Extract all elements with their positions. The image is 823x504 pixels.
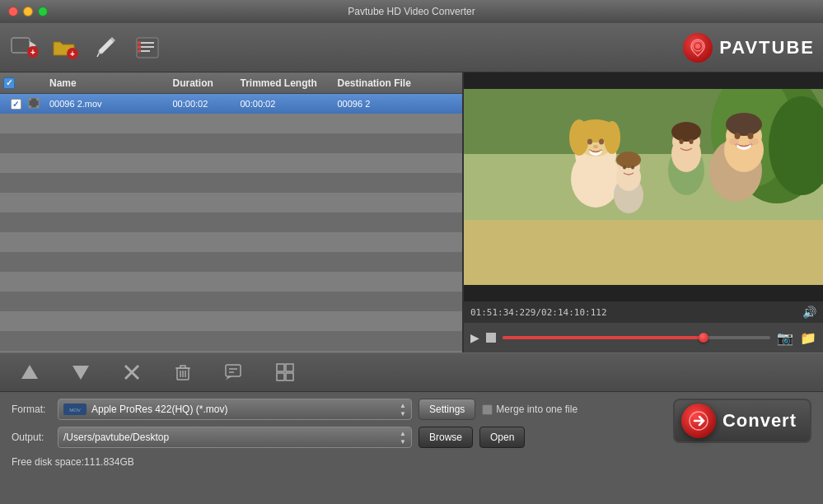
merge-container: Merge into one file	[482, 404, 578, 415]
empty-row	[0, 311, 462, 331]
browse-button[interactable]: Browse	[419, 427, 473, 448]
empty-row	[0, 272, 462, 292]
svg-rect-72	[286, 373, 293, 380]
settings-button[interactable]: Settings	[419, 399, 475, 420]
progress-bar[interactable]	[503, 336, 770, 339]
convert-icon	[681, 404, 716, 438]
svg-rect-26	[464, 220, 823, 285]
row-checkbox[interactable]	[11, 99, 21, 110]
logo-icon	[683, 33, 713, 63]
svg-point-14	[138, 49, 141, 53]
empty-row	[0, 114, 462, 133]
move-up-button[interactable]	[16, 359, 43, 385]
svg-rect-65	[226, 365, 241, 376]
remove-button[interactable]	[119, 359, 145, 385]
svg-point-13	[138, 45, 141, 49]
app-title: Pavtube HD Video Converter	[348, 6, 475, 17]
toolbar: + +	[0, 23, 823, 72]
svg-marker-57	[72, 366, 89, 380]
empty-rows	[0, 114, 462, 351]
play-button[interactable]: ▶	[470, 331, 479, 344]
volume-icon[interactable]: 🔊	[802, 306, 816, 319]
svg-point-54	[729, 138, 739, 145]
grid-icon	[275, 362, 295, 382]
main-area: Name Duration Trimmed Length Destination…	[0, 72, 823, 352]
svg-point-15	[695, 44, 700, 49]
svg-rect-19	[29, 105, 31, 108]
playback-bar: ▶ 📷 📁	[464, 323, 823, 352]
info-button[interactable]	[221, 359, 247, 385]
preview-top-bar	[464, 72, 823, 89]
convert-section: Convert	[673, 399, 811, 443]
convert-button[interactable]: Convert	[673, 399, 811, 443]
file-list-panel: Name Duration Trimmed Length Destination…	[0, 72, 464, 352]
film-icon	[28, 97, 40, 109]
move-down-icon	[71, 362, 91, 382]
svg-point-12	[138, 41, 141, 44]
empty-row	[0, 232, 462, 252]
file-list-header: Name Duration Trimmed Length Destination…	[0, 72, 462, 94]
merge-label: Merge into one file	[496, 404, 578, 415]
title-bar: Pavtube HD Video Converter	[0, 0, 823, 23]
output-folder-button[interactable]: 📁	[800, 330, 816, 346]
svg-rect-69	[277, 364, 284, 371]
svg-rect-70	[286, 364, 293, 371]
svg-line-7	[97, 54, 99, 57]
format-arrows: ▲ ▼	[400, 402, 406, 418]
table-row[interactable]: 00096 2.mov 00:00:02 00:00:02 00096 2	[0, 94, 462, 114]
timecode-bar: 01:51:34:229/02:14:10:112 🔊	[464, 301, 823, 323]
logo-text: PAVTUBE	[719, 37, 815, 58]
edit-button[interactable]	[91, 32, 122, 63]
minimize-button[interactable]	[23, 7, 33, 16]
maximize-button[interactable]	[38, 7, 48, 16]
empty-row	[0, 331, 462, 351]
preview-bottom-bar	[464, 285, 823, 301]
stop-button[interactable]	[486, 333, 496, 343]
svg-point-47	[690, 139, 694, 144]
format-select[interactable]: MOV Apple ProRes 422(HQ) (*.mov) ▲ ▼	[58, 399, 412, 420]
preview-image	[464, 89, 823, 285]
select-all-checkbox[interactable]	[3, 77, 15, 89]
svg-point-55	[749, 138, 759, 145]
add-folder-button[interactable]: +	[49, 32, 81, 63]
row-trimmed: 00:00:02	[239, 99, 336, 109]
empty-row	[0, 173, 462, 193]
col-header-name: Name	[48, 77, 171, 89]
empty-row	[0, 153, 462, 173]
empty-row	[0, 193, 462, 212]
open-button[interactable]: Open	[479, 427, 525, 448]
svg-point-39	[616, 152, 641, 168]
output-path[interactable]: /Users/pavtube/Desktop ▲ ▼	[58, 427, 412, 448]
format-value: Apple ProRes 422(HQ) (*.mov)	[91, 404, 400, 415]
merge-checkbox[interactable]	[482, 404, 493, 415]
svg-point-51	[726, 113, 762, 136]
move-down-button[interactable]	[68, 359, 94, 385]
add-video-button[interactable]: +	[8, 32, 40, 63]
move-up-icon	[20, 362, 40, 382]
free-disk-text: Free disk space:111.834GB	[12, 456, 134, 468]
row-duration: 00:00:02	[171, 99, 239, 109]
toolbar-actions: + +	[8, 32, 163, 63]
row-dest: 00096 2	[336, 99, 460, 109]
convert-label: Convert	[722, 410, 797, 432]
svg-text:MOV: MOV	[69, 408, 81, 413]
info-icon	[224, 362, 244, 382]
task-list-button[interactable]	[132, 32, 163, 63]
close-button[interactable]	[8, 7, 18, 16]
clear-all-button[interactable]	[170, 359, 196, 385]
empty-row	[0, 212, 462, 232]
svg-text:+: +	[30, 48, 35, 57]
svg-point-40	[623, 166, 626, 170]
empty-row	[0, 252, 462, 272]
app-logo: PAVTUBE	[683, 33, 815, 63]
split-view-button[interactable]	[272, 359, 298, 385]
row-filename: 00096 2.mov	[48, 99, 171, 109]
progress-knob[interactable]	[699, 333, 708, 343]
screenshot-button[interactable]: 📷	[777, 330, 793, 346]
svg-point-45	[671, 122, 701, 142]
svg-rect-17	[29, 98, 31, 100]
timecode-text: 01:51:34:229/02:14:10:112	[470, 307, 607, 318]
empty-row	[0, 292, 462, 311]
window-controls	[8, 7, 48, 16]
format-label: Format:	[12, 404, 51, 415]
